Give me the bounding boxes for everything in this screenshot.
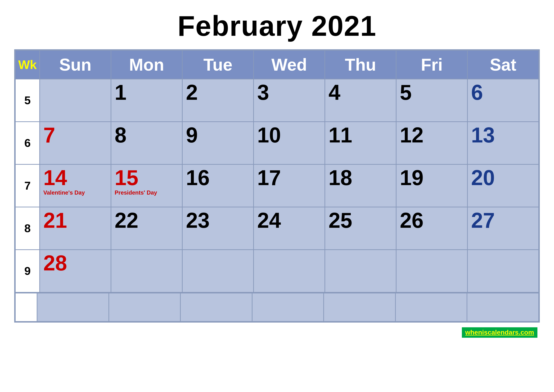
day-cell <box>325 250 396 293</box>
day-number: 13 <box>471 124 535 146</box>
day-number: 6 <box>471 82 535 103</box>
week-row-6: 678910111213 <box>15 122 539 164</box>
day-number: 20 <box>471 167 535 189</box>
day-cell: 22 <box>111 207 182 250</box>
day-number: 3 <box>257 82 321 103</box>
day-cell: 18 <box>325 164 396 207</box>
day-cell: 4 <box>325 79 396 122</box>
fri-header: Fri <box>396 50 467 79</box>
day-cell: 2 <box>182 79 254 122</box>
day-number: 2 <box>186 82 250 103</box>
day-cell: 1 <box>111 79 182 122</box>
day-number: 7 <box>43 124 107 146</box>
wk-number-9: 9 <box>15 250 40 293</box>
day-cell: 27 <box>467 207 539 250</box>
day-cell <box>396 250 467 293</box>
wk-number-8: 8 <box>15 207 40 250</box>
week-row-8: 821222324252627 <box>15 207 539 250</box>
day-number: 23 <box>186 210 250 231</box>
day-cell <box>254 250 325 293</box>
day-cell: 12 <box>396 122 467 164</box>
day-cell: 26 <box>396 207 467 250</box>
week-row-9: 928 <box>15 250 539 293</box>
calendar: Wk Sun Mon Tue Wed Thu Fri Sat 512345667… <box>14 49 540 294</box>
tue-header: Tue <box>182 50 254 79</box>
day-number: 27 <box>471 210 535 231</box>
day-cell: 14Valentine's Day <box>40 164 111 207</box>
day-number: 22 <box>115 210 179 231</box>
day-cell <box>40 79 111 122</box>
header-row: Wk Sun Mon Tue Wed Thu Fri Sat <box>15 50 539 79</box>
day-cell: 13 <box>467 122 539 164</box>
holiday-label: Valentine's Day <box>43 189 107 196</box>
wk-number-5: 5 <box>15 79 40 122</box>
day-number: 11 <box>329 124 393 146</box>
wk-number-6: 6 <box>15 122 40 164</box>
day-cell: 15Presidents' Day <box>111 164 182 207</box>
day-number: 18 <box>329 167 393 189</box>
day-cell: 23 <box>182 207 254 250</box>
day-cell: 28 <box>40 250 111 293</box>
day-cell: 3 <box>254 79 325 122</box>
day-cell: 20 <box>467 164 539 207</box>
wed-header: Wed <box>254 50 325 79</box>
day-cell: 19 <box>396 164 467 207</box>
day-number: 26 <box>400 210 464 231</box>
website-link[interactable]: wheniscalendars.com <box>462 327 537 338</box>
page-title: February 2021 <box>178 9 377 42</box>
day-number: 8 <box>115 124 179 146</box>
day-number: 15 <box>115 167 179 189</box>
day-cell <box>111 250 182 293</box>
day-number: 25 <box>329 210 393 231</box>
day-cell: 16 <box>182 164 254 207</box>
day-number: 24 <box>257 210 321 231</box>
day-number: 16 <box>186 167 250 189</box>
day-cell: 11 <box>325 122 396 164</box>
day-number: 4 <box>329 82 393 103</box>
day-cell <box>182 250 254 293</box>
day-cell <box>467 250 539 293</box>
day-number: 21 <box>43 210 107 231</box>
sun-header: Sun <box>40 50 111 79</box>
day-number: 9 <box>186 124 250 146</box>
day-cell: 5 <box>396 79 467 122</box>
mon-header: Mon <box>111 50 182 79</box>
day-cell: 9 <box>182 122 254 164</box>
wk-number-7: 7 <box>15 164 40 207</box>
day-number: 28 <box>43 252 107 274</box>
day-number: 5 <box>400 82 464 103</box>
day-number: 14 <box>43 167 107 189</box>
day-cell: 24 <box>254 207 325 250</box>
week-row-7: 714Valentine's Day15Presidents' Day16171… <box>15 164 539 207</box>
day-cell: 8 <box>111 122 182 164</box>
day-number: 10 <box>257 124 321 146</box>
week-row-5: 5123456 <box>15 79 539 122</box>
footer: wheniscalendars.com <box>14 327 540 338</box>
day-cell: 7 <box>40 122 111 164</box>
thu-header: Thu <box>325 50 396 79</box>
day-number: 17 <box>257 167 321 189</box>
day-cell: 6 <box>467 79 539 122</box>
day-number: 19 <box>400 167 464 189</box>
day-number: 12 <box>400 124 464 146</box>
day-cell: 10 <box>254 122 325 164</box>
holiday-label: Presidents' Day <box>115 189 179 196</box>
wk-header: Wk <box>15 50 40 79</box>
sat-header: Sat <box>467 50 539 79</box>
day-cell: 21 <box>40 207 111 250</box>
day-cell: 25 <box>325 207 396 250</box>
extra-empty-row <box>15 293 539 322</box>
day-number: 1 <box>115 82 179 103</box>
day-cell: 17 <box>254 164 325 207</box>
